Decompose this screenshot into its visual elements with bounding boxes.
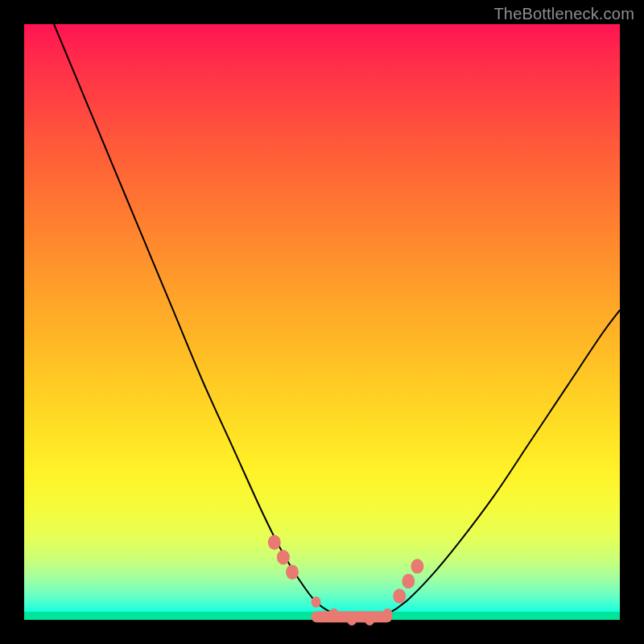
- marker-point: [411, 559, 423, 573]
- marker-point: [347, 614, 357, 625]
- watermark-text: TheBottleneck.com: [493, 5, 634, 23]
- marker-point: [402, 574, 415, 588]
- marker-point: [329, 609, 339, 620]
- marker-group: [268, 535, 424, 625]
- marker-point: [393, 588, 406, 603]
- marker-point: [365, 614, 374, 625]
- marker-point: [312, 597, 321, 608]
- marker-point: [277, 550, 290, 564]
- chart-svg: [24, 24, 620, 620]
- marker-point: [268, 535, 281, 550]
- marker-point: [382, 609, 392, 620]
- chart-frame: TheBottleneck.com: [0, 0, 644, 644]
- marker-point: [286, 565, 299, 580]
- bottleneck-curve-line: [54, 24, 620, 621]
